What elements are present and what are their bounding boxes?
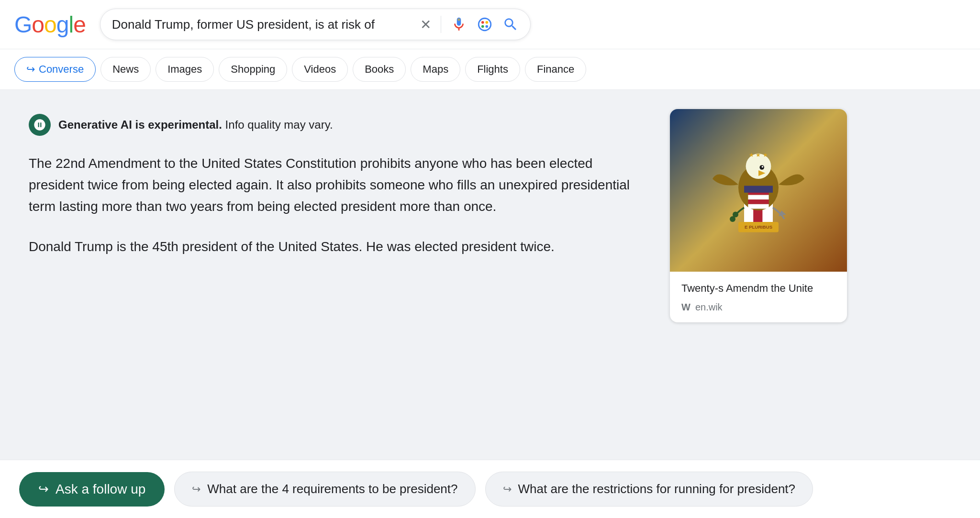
svg-text:E PLURIBUS: E PLURIBUS xyxy=(745,224,773,230)
tab-flights-label: Flights xyxy=(477,63,508,76)
svg-point-20 xyxy=(730,216,735,222)
tab-maps-label: Maps xyxy=(423,63,448,76)
svg-rect-17 xyxy=(744,186,773,192)
tab-maps[interactable]: Maps xyxy=(411,57,460,82)
tab-videos-label: Videos xyxy=(304,63,336,76)
followup-arrow-icon: ↪ xyxy=(38,482,49,496)
ask-followup-label: Ask a follow up xyxy=(56,482,145,497)
svg-point-0 xyxy=(457,18,460,21)
search-submit-icon[interactable] xyxy=(502,16,519,33)
suggestion-pill-2[interactable]: ↪ What are the restrictions for running … xyxy=(485,472,813,507)
tab-images[interactable]: Images xyxy=(156,57,214,82)
wiki-url: en.wik xyxy=(695,302,723,313)
ai-disclaimer-text: Generative AI is experimental. Info qual… xyxy=(58,118,333,132)
svg-point-12 xyxy=(762,166,764,168)
tab-flights[interactable]: Flights xyxy=(465,57,520,82)
nav-tabs: ↪ Converse News Images Shopping Videos B… xyxy=(0,49,980,90)
ai-body: The 22nd Amendment to the United States … xyxy=(29,153,641,258)
google-logo: Google xyxy=(14,11,86,38)
tab-books[interactable]: Books xyxy=(353,57,406,82)
main-content: Generative AI is experimental. Info qual… xyxy=(0,90,980,473)
svg-text:★ ★ ★: ★ ★ ★ xyxy=(749,152,768,158)
right-panel: ★ ★ ★ E PLURIBUS Twenty-s Amendm the Uni… xyxy=(670,90,861,473)
bottom-bar: ↪ Ask a follow up ↪ What are the 4 requi… xyxy=(0,460,980,518)
svg-point-3 xyxy=(485,21,488,24)
search-bar: ✕ xyxy=(100,9,531,40)
svg-point-5 xyxy=(485,25,488,28)
tab-videos[interactable]: Videos xyxy=(292,57,348,82)
lens-icon[interactable] xyxy=(477,16,493,33)
wiki-card-title: Twenty-s Amendm the Unite xyxy=(681,281,835,296)
clear-icon[interactable]: ✕ xyxy=(420,17,431,33)
svg-point-4 xyxy=(481,25,484,28)
tab-news-label: News xyxy=(112,63,139,76)
wiki-card-body: Twenty-s Amendm the Unite W en.wik xyxy=(670,272,847,322)
wikipedia-w-icon: W xyxy=(681,302,690,313)
ai-answer-panel: Generative AI is experimental. Info qual… xyxy=(0,90,670,473)
search-input[interactable] xyxy=(112,17,413,32)
mic-icon[interactable] xyxy=(451,16,467,33)
suggestion-text-1: What are the 4 requirements to be presid… xyxy=(207,482,457,496)
svg-point-2 xyxy=(481,21,484,24)
tab-shopping-label: Shopping xyxy=(231,63,275,76)
divider xyxy=(441,16,441,33)
svg-rect-15 xyxy=(748,199,768,204)
tab-converse-label: Converse xyxy=(39,63,84,76)
tab-finance-label: Finance xyxy=(537,63,574,76)
svg-rect-14 xyxy=(748,195,768,200)
suggestion-arrow-icon-2: ↪ xyxy=(503,483,512,496)
suggestion-text-2: What are the restrictions for running fo… xyxy=(518,482,796,496)
ask-followup-button[interactable]: ↪ Ask a follow up xyxy=(19,472,165,507)
ai-disclaimer-header: Generative AI is experimental. Info qual… xyxy=(29,114,641,136)
ai-disclaimer-bold: Generative AI is experimental. xyxy=(58,118,222,131)
suggestion-arrow-icon-1: ↪ xyxy=(192,483,200,496)
ai-paragraph-2: Donald Trump is the 45th president of th… xyxy=(29,236,641,258)
ai-bard-icon xyxy=(29,114,51,136)
tab-news[interactable]: News xyxy=(100,57,151,82)
tab-books-label: Books xyxy=(365,63,394,76)
ai-disclaimer-normal: Info quality may vary. xyxy=(225,118,333,131)
header: Google ✕ xyxy=(0,0,980,49)
wiki-card-image: ★ ★ ★ E PLURIBUS xyxy=(670,109,847,272)
ai-paragraph-1: The 22nd Amendment to the United States … xyxy=(29,153,641,217)
wiki-source: W en.wik xyxy=(681,302,835,313)
tab-finance[interactable]: Finance xyxy=(525,57,586,82)
wiki-card[interactable]: ★ ★ ★ E PLURIBUS Twenty-s Amendm the Uni… xyxy=(670,109,847,322)
search-icon-group: ✕ xyxy=(420,16,519,33)
converse-arrow-icon: ↪ xyxy=(26,63,35,76)
svg-rect-16 xyxy=(748,204,768,209)
us-seal-icon: ★ ★ ★ E PLURIBUS xyxy=(701,133,816,248)
tab-shopping[interactable]: Shopping xyxy=(219,57,287,82)
tab-images-label: Images xyxy=(167,63,202,76)
svg-point-1 xyxy=(479,18,491,31)
suggestion-pill-1[interactable]: ↪ What are the 4 requirements to be pres… xyxy=(174,472,475,507)
tab-converse[interactable]: ↪ Converse xyxy=(14,57,96,82)
